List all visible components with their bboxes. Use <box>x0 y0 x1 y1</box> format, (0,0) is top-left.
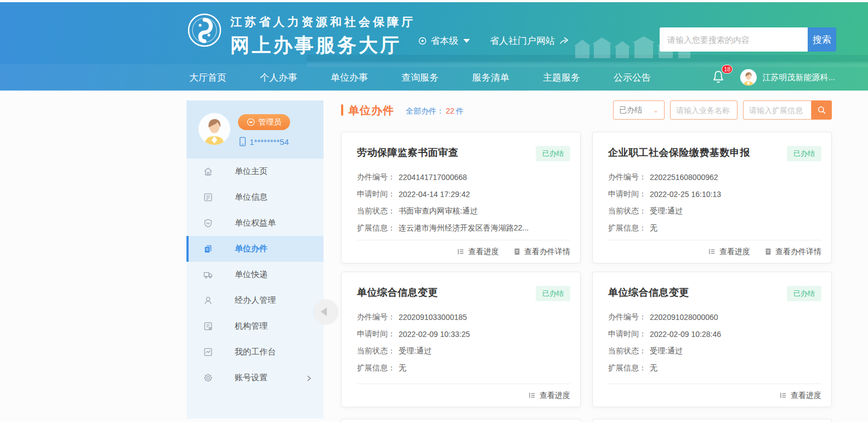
portal-site-link[interactable]: 省人社门户网站 <box>490 33 570 48</box>
apply-time: 2022-02-09 10:33:25 <box>399 330 470 339</box>
region-label: 省本级 <box>430 35 458 47</box>
search-button[interactable]: 搜索 <box>808 27 836 52</box>
sidebar-collapse-button[interactable] <box>314 300 338 324</box>
sidebar-item-agent-management[interactable]: 经办人管理 <box>186 288 324 313</box>
case-title: 单位综合信息变更 <box>608 286 689 299</box>
sidebar-item-org-management[interactable]: 机构管理 <box>186 313 324 339</box>
site-link-label: 省人社门户网站 <box>490 35 555 47</box>
role-badge-label: 管理员 <box>258 117 281 127</box>
avatar-icon <box>198 113 230 145</box>
view-progress-link[interactable]: 查看进度 <box>779 391 821 401</box>
nav-item-query[interactable]: 查询服务 <box>401 71 439 84</box>
total-unit: 件 <box>456 106 464 115</box>
status-filter-dropdown[interactable]: 已办结 ⌄ <box>613 100 665 120</box>
ext-info: 无 <box>650 363 657 373</box>
person-icon <box>203 295 213 306</box>
detail-doc-icon <box>513 247 521 256</box>
status-badge: 已办结 <box>787 146 821 161</box>
case-card: 单位综合信息变更 已办结 办件编号：2202091028000060 申请时间：… <box>592 272 832 407</box>
current-status: 书面审查内网审核:通过 <box>399 206 478 216</box>
progress-list-icon <box>528 391 536 400</box>
sidebar-item-unit-home[interactable]: 单位主页 <box>186 159 324 184</box>
page: 江苏省人力资源和社会保障厅 网上办事服务大厅 省本级 省人社门户网站 搜索 <box>0 0 868 422</box>
view-detail-link[interactable]: 查看办件详情 <box>764 247 821 257</box>
nav-item-theme[interactable]: 主题服务 <box>543 71 580 84</box>
user-avatar[interactable] <box>198 113 230 145</box>
ext-info: 连云港市海州经济开发区香海湖路22... <box>399 223 529 233</box>
view-progress-link[interactable]: 查看进度 <box>528 391 570 401</box>
filter-bar: 已办结 ⌄ <box>613 100 832 120</box>
case-number: 2202091028000060 <box>650 313 718 322</box>
sidebar-item-unit-rights[interactable]: 单位权益单 <box>186 210 324 236</box>
sidebar-item-unit-cases[interactable]: 单位办件 <box>186 236 324 262</box>
progress-list-icon <box>457 247 465 256</box>
view-detail-link[interactable]: 查看办件详情 <box>513 247 570 257</box>
case-number: 2202251608000962 <box>650 173 718 182</box>
progress-list-icon <box>779 391 787 400</box>
filter-search-button[interactable] <box>812 100 832 120</box>
view-progress-link[interactable]: 查看进度 <box>708 247 750 257</box>
role-badge: 管理员 <box>238 114 290 130</box>
external-arrow-icon <box>559 36 570 45</box>
phone-icon <box>239 137 246 147</box>
case-number: 2202091033000185 <box>399 313 467 322</box>
notification-badge: 18 <box>722 65 733 74</box>
gear-icon <box>203 373 213 383</box>
current-status: 受理:通过 <box>399 346 432 356</box>
brand-text: 江苏省人力资源和社会保障厅 网上办事服务大厅 <box>230 14 416 58</box>
business-name-input[interactable] <box>670 100 737 120</box>
workbench-chart-icon <box>203 347 213 357</box>
magnifier-icon <box>817 105 826 115</box>
region-selector[interactable]: 省本级 <box>418 33 470 48</box>
nav-item-service-list[interactable]: 服务清单 <box>472 71 509 84</box>
admin-badge-icon <box>247 118 255 126</box>
org-title: 江苏省人力资源和社会保障厅 <box>230 14 416 30</box>
section-header: 单位办件 全部办件：22件 已办结 ⌄ <box>341 100 832 120</box>
nav-item-personal[interactable]: 个人办事 <box>260 71 297 84</box>
view-progress-link[interactable]: 查看进度 <box>457 247 499 257</box>
total-stats: 全部办件：22件 <box>406 106 464 116</box>
ext-info-input[interactable] <box>743 100 812 120</box>
status-badge: 已办结 <box>787 286 821 301</box>
apply-time: 2022-02-25 16:10:13 <box>650 190 721 199</box>
sidebar-item-account-settings[interactable]: 账号设置 <box>186 365 324 391</box>
total-count: 22 <box>444 106 456 115</box>
current-status: 受理:通过 <box>650 206 683 216</box>
status-filter-value: 已办结 <box>619 105 642 115</box>
files-icon <box>203 244 213 254</box>
detail-doc-icon <box>764 247 772 256</box>
progress-list-icon <box>708 247 716 256</box>
document-icon <box>203 192 213 202</box>
title-accent-bar <box>341 104 343 116</box>
section-title: 单位办件 <box>348 103 394 118</box>
sidebar-item-unit-express[interactable]: 单位快递 <box>186 262 324 288</box>
sidebar-menu: 单位主页 单位信息 单位权益单 <box>186 159 324 391</box>
account-avatar[interactable] <box>740 69 757 86</box>
nav-item-home[interactable]: 大厅首页 <box>189 71 226 84</box>
current-status: 受理:通过 <box>650 346 683 356</box>
sidebar-item-unit-info[interactable]: 单位信息 <box>186 184 324 210</box>
chevron-right-icon <box>307 374 311 384</box>
nav-item-employer[interactable]: 单位办事 <box>331 71 368 84</box>
portal-title: 网上办事服务大厅 <box>230 32 416 58</box>
nav-item-announcements[interactable]: 公示公告 <box>614 71 651 84</box>
home-icon <box>203 166 213 177</box>
header-search: 搜索 <box>660 27 836 52</box>
location-pin-icon <box>418 36 427 46</box>
apply-time: 2022-04-14 17:29:42 <box>399 190 470 199</box>
case-card-partial <box>341 419 581 422</box>
truck-icon <box>203 269 213 280</box>
sidebar-user-panel: 管理员 1********54 <box>186 100 324 159</box>
notification-bell[interactable]: 18 <box>712 69 726 86</box>
case-title: 劳动保障监察书面审查 <box>357 146 458 159</box>
search-input[interactable] <box>660 27 808 52</box>
case-title: 企业职工社会保险缴费基数申报 <box>608 146 750 159</box>
organization-icon <box>203 321 213 331</box>
case-card: 企业职工社会保险缴费基数申报 已办结 办件编号：2202251608000962… <box>592 132 832 263</box>
case-number: 2204141717000668 <box>399 173 467 182</box>
chevron-down-icon <box>463 39 470 43</box>
total-label: 全部办件： <box>406 106 444 115</box>
apply-time: 2022-02-09 10:28:46 <box>650 330 721 339</box>
sidebar-item-my-workbench[interactable]: 我的工作台 <box>186 339 324 365</box>
account-name[interactable]: 江苏明茂新能源科... <box>762 72 835 83</box>
